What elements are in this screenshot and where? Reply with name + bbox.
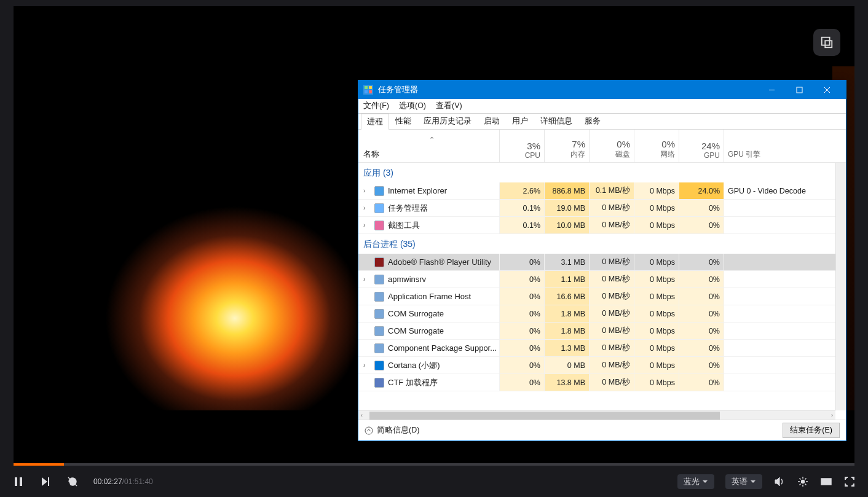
tabs: 进程 性能 应用历史记录 启动 用户 详细信息 服务 — [358, 114, 846, 130]
tab-users[interactable]: 用户 — [506, 113, 534, 129]
process-name: COM Surrogate — [388, 309, 444, 318]
svg-rect-1 — [825, 41, 832, 47]
pause-button[interactable] — [12, 475, 25, 488]
scrollbar-horizontal[interactable]: ‹› — [358, 410, 835, 420]
process-name: apmwinsrv — [388, 275, 426, 284]
menu-view[interactable]: 查看(V) — [436, 101, 462, 111]
pip-button[interactable] — [813, 29, 840, 56]
table-row[interactable]: COM Surrogate0%1.8 MB0 MB/秒0 Mbps0% — [358, 323, 846, 340]
svg-rect-10 — [365, 90, 368, 93]
fewer-details-button[interactable]: 简略信息(D) — [365, 425, 419, 436]
table-row[interactable]: ›Internet Explorer2.6%886.8 MB0.1 MB/秒0 … — [358, 182, 846, 200]
close-button[interactable] — [813, 80, 841, 99]
table-row[interactable]: COM Surrogate0%1.8 MB0 MB/秒0 Mbps0% — [358, 305, 846, 323]
task-manager-window: 任务管理器 文件(F) 选项(O) 查看(V) 进程 性能 应用历史记录 启动 … — [358, 80, 846, 441]
process-name: COM Surrogate — [388, 326, 444, 335]
loop-button[interactable] — [66, 475, 79, 488]
svg-point-13 — [365, 427, 373, 434]
col-gpu[interactable]: 24%GPU — [679, 130, 724, 162]
col-gpu-engine[interactable]: GPU 引擎 — [724, 130, 846, 162]
group-apps: 应用 (3) — [358, 163, 846, 182]
col-network[interactable]: 0%网络 — [634, 130, 679, 162]
svg-rect-2 — [15, 477, 17, 486]
minimize-button[interactable] — [758, 80, 786, 99]
svg-rect-9 — [369, 86, 372, 89]
current-time: 00:02:27 — [93, 477, 122, 486]
next-button[interactable] — [39, 475, 52, 488]
scrollbar-vertical[interactable] — [835, 163, 846, 410]
table-row[interactable]: Application Frame Host0%16.6 MB0 MB/秒0 M… — [358, 288, 846, 305]
svg-rect-6 — [821, 479, 831, 485]
menubar: 文件(F) 选项(O) 查看(V) — [358, 99, 846, 114]
svg-point-5 — [802, 480, 805, 483]
process-name: Internet Explorer — [388, 186, 447, 195]
tab-performance[interactable]: 性能 — [389, 113, 417, 129]
col-cpu[interactable]: 3%CPU — [499, 130, 544, 162]
table-row[interactable]: ›截图工具0.1%10.0 MB0 MB/秒0 Mbps0% — [358, 217, 846, 234]
col-memory[interactable]: 7%内存 — [544, 130, 589, 162]
fullscreen-icon[interactable] — [843, 475, 856, 488]
tab-startup[interactable]: 启动 — [478, 113, 506, 129]
volume-icon[interactable] — [773, 475, 786, 488]
tab-processes[interactable]: 进程 — [361, 114, 389, 130]
language-selector[interactable]: 英语 — [725, 474, 762, 489]
svg-rect-3 — [20, 477, 22, 486]
tab-services[interactable]: 服务 — [578, 113, 607, 129]
process-name: Component Package Suppor... — [388, 343, 497, 353]
tab-details[interactable]: 详细信息 — [534, 113, 578, 129]
column-headers: ⌃名称 3%CPU 7%内存 0%磁盘 0%网络 24%GPU GPU 引擎 — [358, 130, 846, 163]
process-name: Adobe® Flash® Player Utility — [388, 257, 491, 267]
quality-selector[interactable]: 蓝光 — [677, 474, 714, 489]
process-name: Application Frame Host — [388, 292, 471, 301]
titlebar[interactable]: 任务管理器 — [358, 80, 846, 99]
svg-rect-12 — [797, 87, 802, 93]
video-frame — [14, 66, 357, 410]
time-display: 00:02:27/01:51:40 — [93, 477, 153, 486]
svg-rect-11 — [369, 90, 372, 93]
process-name: 截图工具 — [388, 220, 420, 231]
process-list: 应用 (3) ›Internet Explorer2.6%886.8 MB0.1… — [358, 163, 846, 420]
end-task-button[interactable]: 结束任务(E) — [783, 423, 840, 438]
process-name: CTF 加载程序 — [388, 377, 438, 388]
theater-icon[interactable] — [820, 475, 832, 488]
process-name: Cortana (小娜) — [388, 360, 440, 371]
player-controls: 00:02:27/01:51:40 蓝光 英语 — [0, 466, 868, 497]
menu-file[interactable]: 文件(F) — [363, 101, 389, 111]
process-name: 任务管理器 — [388, 203, 428, 214]
settings-icon[interactable] — [797, 475, 809, 488]
group-background: 后台进程 (35) — [358, 234, 846, 254]
duration: 01:51:40 — [124, 477, 153, 486]
maximize-button[interactable] — [786, 80, 813, 99]
window-title: 任务管理器 — [378, 84, 418, 95]
tab-history[interactable]: 应用历史记录 — [417, 113, 478, 129]
table-row[interactable]: Adobe® Flash® Player Utility0%3.1 MB0 MB… — [358, 254, 846, 271]
svg-rect-4 — [48, 477, 49, 486]
app-icon — [363, 85, 373, 95]
svg-rect-8 — [365, 86, 368, 89]
svg-rect-0 — [822, 37, 830, 45]
table-row[interactable]: CTF 加载程序0%13.8 MB0 MB/秒0 Mbps0% — [358, 374, 846, 391]
menu-options[interactable]: 选项(O) — [399, 101, 426, 111]
table-row[interactable]: Component Package Suppor...0%1.3 MB0 MB/… — [358, 340, 846, 357]
table-row[interactable]: ›任务管理器0.1%19.0 MB0 MB/秒0 Mbps0% — [358, 200, 846, 217]
col-name[interactable]: ⌃名称 — [358, 130, 499, 162]
table-row[interactable]: ›Cortana (小娜)0%0 MB0 MB/秒0 Mbps0% — [358, 357, 846, 374]
footer: 简略信息(D) 结束任务(E) — [358, 420, 846, 440]
col-disk[interactable]: 0%磁盘 — [589, 130, 634, 162]
table-row[interactable]: ›apmwinsrv0%1.1 MB0 MB/秒0 Mbps0% — [358, 271, 846, 288]
